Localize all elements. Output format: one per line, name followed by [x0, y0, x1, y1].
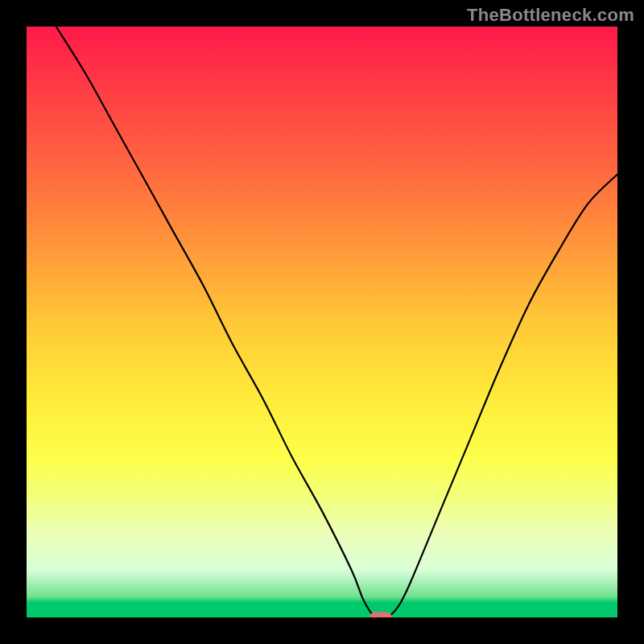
plot-area — [27, 27, 617, 617]
watermark-text: TheBottleneck.com — [467, 5, 634, 26]
bottleneck-curve — [27, 27, 617, 617]
optimal-point-marker — [369, 613, 392, 618]
chart-frame: TheBottleneck.com — [0, 0, 644, 644]
